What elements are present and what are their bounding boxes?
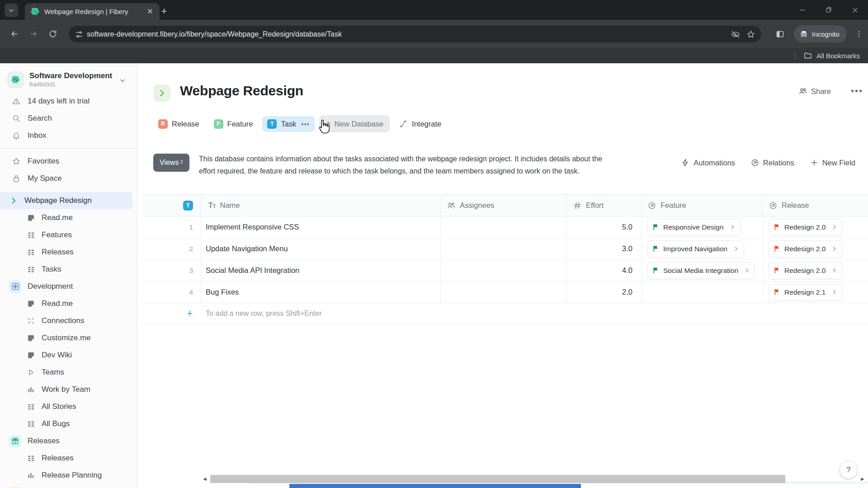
sidebar-tree-item-development[interactable]: Development	[0, 278, 137, 295]
chevron-right-icon[interactable]	[733, 246, 739, 252]
cell-name[interactable]: Update Navigation Menu	[201, 238, 441, 259]
sidebar-tree-item-all-stories[interactable]: All Stories	[0, 398, 137, 415]
add-row[interactable]: +To add a new row, press Shift+Enter	[142, 303, 868, 324]
bookmark-star-icon[interactable]	[743, 27, 759, 42]
cell-effort[interactable]: 3.0	[567, 238, 642, 259]
window-close-button[interactable]	[842, 0, 868, 20]
sidebar-tree-item-retrospectives[interactable]: Retrospectives	[0, 484, 137, 488]
sidebar-tree-item-all-bugs[interactable]: All Bugs	[0, 415, 137, 432]
cell-feature[interactable]: Responsive Design	[642, 216, 763, 238]
workspace-switcher[interactable]: Software Development 6ad8d3d1	[7, 71, 130, 88]
expand-space-button[interactable]	[153, 84, 170, 102]
sidebar-item-inbox[interactable]: Inbox	[0, 127, 137, 144]
cell-release[interactable]: Redesign 2.0	[763, 260, 868, 281]
new-database-button[interactable]: +New Database	[319, 115, 390, 132]
database-tab-release[interactable]: RRelease	[153, 116, 204, 132]
new-field-button[interactable]: New Field	[810, 158, 855, 167]
tab-search-button[interactable]	[5, 4, 18, 17]
sidebar-tree-item-webpage-redesign[interactable]: Webpage Redesign	[0, 192, 132, 209]
sidebar-tree-item-releases[interactable]: Releases	[0, 432, 137, 450]
cell-name[interactable]: Social Media API Integration	[201, 260, 441, 281]
column-header-release[interactable]: Release	[763, 195, 868, 216]
feature-chip[interactable]: Social Media Integration	[647, 262, 755, 279]
cell-release[interactable]: Redesign 2.0	[763, 238, 868, 259]
sidebar-tree-item-features[interactable]: Features	[0, 226, 137, 244]
window-restore-button[interactable]	[816, 0, 842, 20]
feature-chip[interactable]: Responsive Design	[647, 219, 741, 236]
database-tab-menu-icon[interactable]: •••	[301, 120, 310, 128]
address-bar[interactable]: software-development.fibery.io/fibery/sp…	[69, 26, 761, 42]
all-bookmarks-button[interactable]: All Bookmarks	[795, 48, 860, 63]
chevron-right-icon[interactable]	[831, 267, 837, 273]
sidebar-tree-item-work-by-team[interactable]: Work by Team	[0, 381, 137, 398]
sidebar-tree-item-customize-me[interactable]: Customize.me	[0, 329, 137, 347]
integrate-button[interactable]: Integrate	[394, 116, 446, 131]
sidebar-tree-item-release-planning[interactable]: Release Planning	[0, 467, 137, 484]
table-row[interactable]: 2Update Navigation Menu3.0Improved Navig…	[142, 238, 868, 260]
column-header-effort[interactable]: Effort	[567, 195, 642, 216]
table-row[interactable]: 1Implement Responsive CSS5.0Responsive D…	[142, 216, 868, 238]
relations-button[interactable]: Relations	[750, 158, 794, 167]
sidebar-item-my-space[interactable]: My Space	[0, 170, 137, 187]
cell-feature[interactable]: Social Media Integration	[642, 260, 763, 281]
release-chip[interactable]: Redesign 2.0	[769, 240, 842, 258]
site-info-icon[interactable]	[71, 27, 87, 42]
cell-assignees[interactable]	[441, 282, 567, 303]
sidebar-item-search[interactable]: Search	[0, 110, 137, 127]
cell-effort[interactable]: 5.0	[567, 216, 642, 238]
sidebar-tree-item-releases[interactable]: Releases	[0, 450, 137, 467]
column-header-name[interactable]: TTName	[201, 195, 441, 216]
eye-off-icon[interactable]	[728, 27, 743, 42]
sidebar-tree-item-read-me[interactable]: Read.me	[0, 295, 137, 312]
release-chip[interactable]: Redesign 2.1	[769, 284, 842, 301]
help-button[interactable]: ?	[840, 461, 857, 479]
cell-release[interactable]: Redesign 2.0	[763, 216, 868, 238]
forward-button[interactable]	[26, 27, 41, 41]
hscroll-right-arrow[interactable]: ►	[860, 476, 865, 482]
release-chip[interactable]: Redesign 2.0	[769, 219, 842, 236]
column-header-assignees[interactable]: Assignees	[441, 195, 567, 216]
page-more-button[interactable]: •••	[851, 86, 863, 96]
cell-feature[interactable]: Improved Navigation	[642, 238, 763, 259]
cell-release[interactable]: Redesign 2.1	[763, 282, 868, 303]
release-chip[interactable]: Redesign 2.0	[769, 262, 842, 279]
cell-name[interactable]: Implement Responsive CSS	[201, 216, 441, 238]
hscroll-left-arrow[interactable]: ◄	[202, 476, 208, 482]
browser-tab[interactable]: Webpage Redesign | Fibery ✕	[25, 3, 160, 20]
chevron-right-icon[interactable]	[831, 246, 837, 252]
reload-button[interactable]	[46, 27, 60, 41]
sidebar-tree-item-teams[interactable]: Teams	[0, 364, 137, 381]
table-row[interactable]: 3Social Media API Integration4.0Social M…	[142, 260, 868, 282]
sidebar-tree-item-dev-wiki[interactable]: Dev Wiki	[0, 347, 137, 364]
chevron-right-icon[interactable]	[730, 224, 736, 230]
side-panel-button[interactable]	[773, 27, 787, 41]
table-row[interactable]: 4Bug Fixes2.0Redesign 2.1	[142, 282, 868, 303]
sidebar-tree-item-releases[interactable]: Releases	[0, 244, 137, 261]
window-minimize-button[interactable]	[789, 0, 816, 20]
cell-effort[interactable]: 2.0	[567, 282, 642, 303]
cell-name[interactable]: Bug Fixes	[201, 282, 441, 303]
cell-effort[interactable]: 4.0	[567, 260, 642, 281]
horizontal-scrollbar[interactable]	[210, 475, 785, 483]
chevron-right-icon[interactable]	[831, 224, 837, 230]
cell-assignees[interactable]	[441, 238, 567, 259]
new-tab-button[interactable]: +	[157, 5, 171, 18]
cell-feature[interactable]	[642, 282, 763, 303]
sidebar-item-14-days-left-in-trial[interactable]: 14 days left in trial	[0, 93, 137, 110]
share-button[interactable]: Share	[798, 87, 831, 96]
database-tab-task[interactable]: TTask•••	[262, 116, 315, 132]
back-button[interactable]	[7, 27, 22, 41]
chevron-right-icon[interactable]	[831, 289, 837, 295]
column-header-feature[interactable]: Feature	[642, 195, 763, 216]
sidebar-tree-item-tasks[interactable]: Tasks	[0, 261, 137, 278]
cell-assignees[interactable]	[441, 216, 567, 238]
sidebar-tree-item-connections[interactable]: Connections	[0, 312, 137, 329]
add-row-plus-icon[interactable]: +	[142, 303, 201, 324]
chevron-right-icon[interactable]	[744, 267, 750, 273]
sidebar-item-favorites[interactable]: Favorites	[0, 153, 137, 170]
database-tab-feature[interactable]: FFeature	[209, 116, 258, 132]
views-button[interactable]: Views2	[153, 154, 189, 172]
sidebar-tree-item-read-me[interactable]: Read.me	[0, 209, 137, 226]
browser-menu-button[interactable]	[852, 27, 866, 41]
feature-chip[interactable]: Improved Navigation	[647, 240, 744, 258]
